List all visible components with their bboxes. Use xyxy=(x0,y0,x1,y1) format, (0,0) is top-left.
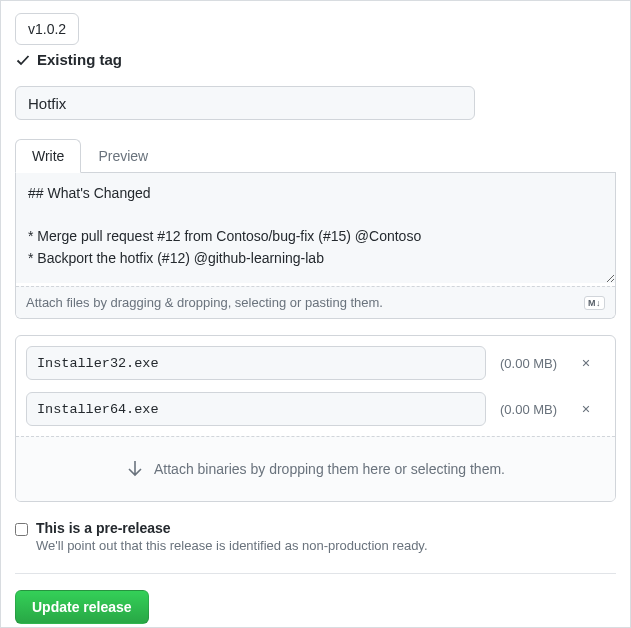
attach-files-hint: Attach files by dragging & dropping, sel… xyxy=(26,295,383,310)
update-release-button[interactable]: Update release xyxy=(15,590,149,624)
check-icon xyxy=(15,52,31,68)
download-arrow-icon xyxy=(126,459,144,479)
attach-files-bar[interactable]: Attach files by dragging & dropping, sel… xyxy=(16,286,615,318)
tab-write[interactable]: Write xyxy=(15,139,81,173)
prerelease-hint: We'll point out that this release is ide… xyxy=(36,538,428,553)
editor-tabs: Write Preview xyxy=(15,138,616,173)
binaries-dropzone[interactable]: Attach binaries by dropping them here or… xyxy=(16,436,615,501)
divider xyxy=(15,573,616,574)
description-textarea[interactable] xyxy=(16,173,615,283)
asset-size: (0.00 MB) xyxy=(500,402,557,417)
remove-asset-button[interactable] xyxy=(575,352,597,374)
existing-tag-label: Existing tag xyxy=(37,51,122,68)
tag-select[interactable]: v1.0.2 xyxy=(15,13,79,45)
dropzone-hint: Attach binaries by dropping them here or… xyxy=(154,461,505,477)
tag-name: v1.0.2 xyxy=(28,21,66,37)
release-form: v1.0.2 Existing tag Write Preview Attach… xyxy=(0,0,631,628)
close-icon xyxy=(581,402,591,416)
asset-filename-input[interactable] xyxy=(26,346,486,380)
asset-row: (0.00 MB) xyxy=(16,336,615,390)
prerelease-label: This is a pre-release xyxy=(36,520,428,536)
asset-filename-input[interactable] xyxy=(26,392,486,426)
release-assets: (0.00 MB) (0.00 MB) Attach binaries by d… xyxy=(15,335,616,502)
release-title-input[interactable] xyxy=(15,86,475,120)
prerelease-option: This is a pre-release We'll point out th… xyxy=(15,520,616,553)
close-icon xyxy=(581,356,591,370)
description-box: Attach files by dragging & dropping, sel… xyxy=(15,173,616,319)
asset-size: (0.00 MB) xyxy=(500,356,557,371)
remove-asset-button[interactable] xyxy=(575,398,597,420)
tab-preview[interactable]: Preview xyxy=(81,139,165,173)
markdown-icon: M↓ xyxy=(584,296,605,310)
asset-row: (0.00 MB) xyxy=(16,390,615,436)
prerelease-checkbox[interactable] xyxy=(15,523,28,536)
existing-tag-status: Existing tag xyxy=(15,51,616,68)
